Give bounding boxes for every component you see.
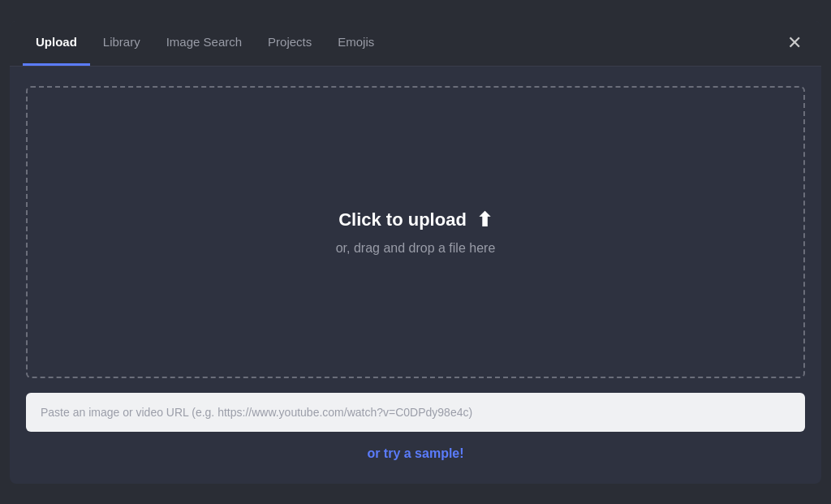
tab-image-search[interactable]: Image Search bbox=[153, 21, 255, 66]
tab-projects[interactable]: Projects bbox=[255, 21, 325, 66]
sample-link[interactable]: or try a sample! bbox=[26, 446, 805, 461]
upload-zone[interactable]: Click to upload ⬆ or, drag and drop a fi… bbox=[26, 86, 805, 378]
tab-bar: Upload Library Image Search Projects Emo… bbox=[10, 21, 821, 67]
tab-library[interactable]: Library bbox=[90, 21, 153, 66]
close-button[interactable]: ✕ bbox=[781, 31, 808, 55]
modal-body: Click to upload ⬆ or, drag and drop a fi… bbox=[10, 67, 821, 484]
modal-container: Upload Library Image Search Projects Emo… bbox=[10, 21, 821, 484]
upload-sub-text: or, drag and drop a file here bbox=[336, 241, 496, 256]
upload-main-text: Click to upload ⬆ bbox=[338, 209, 493, 231]
url-input[interactable] bbox=[26, 393, 805, 432]
tab-upload[interactable]: Upload bbox=[23, 21, 90, 66]
upload-icon: ⬆ bbox=[476, 209, 493, 231]
tab-emojis[interactable]: Emojis bbox=[325, 21, 387, 66]
